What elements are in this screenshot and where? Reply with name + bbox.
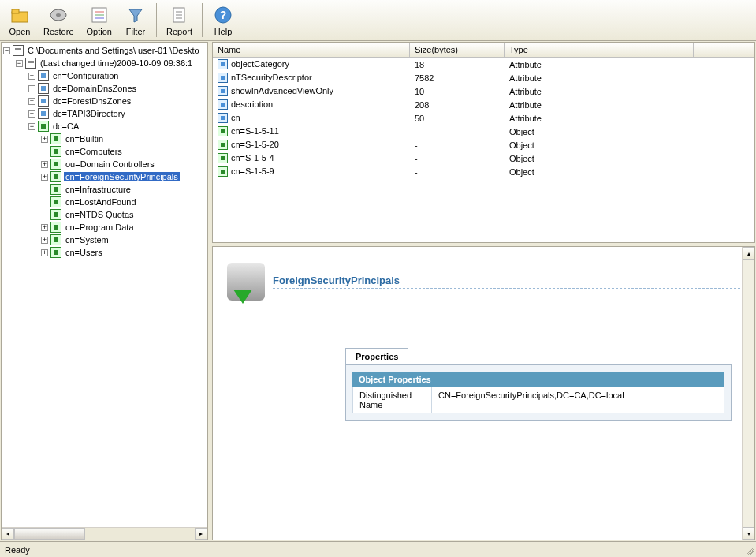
list-item[interactable]: cn=S-1-5-9-Object	[213, 165, 754, 178]
drive-icon	[13, 45, 24, 56]
open-button[interactable]: Open	[3, 2, 36, 39]
expand-icon[interactable]: +	[28, 98, 35, 105]
expand-icon[interactable]: +	[41, 237, 48, 244]
detail-scrollbar[interactable]: ▴ ▾	[742, 247, 754, 540]
scroll-up-icon[interactable]: ▴	[743, 247, 754, 260]
attribute-icon	[218, 99, 228, 110]
object-icon	[50, 222, 61, 233]
list-item[interactable]: cn=S-1-5-20-Object	[213, 138, 754, 151]
help-button[interactable]: ?Help	[207, 2, 240, 39]
properties-panel: Object Properties Distinguished Name CN=…	[345, 364, 732, 421]
collapse-icon[interactable]: −	[16, 60, 23, 67]
list-item[interactable]: description208Attribute	[213, 98, 754, 111]
svg-rect-1	[12, 9, 19, 13]
cell-size: -	[410, 140, 505, 150]
tree-item[interactable]: −dc=CA	[3, 120, 206, 133]
toolbar-separator	[202, 3, 203, 37]
scroll-down-icon[interactable]: ▾	[743, 527, 754, 540]
tree-item[interactable]: +cn=Program Data	[3, 221, 206, 234]
scroll-left-icon[interactable]: ◂	[2, 528, 14, 540]
cell-type: Attribute	[505, 87, 694, 96]
cell-name: description	[213, 99, 410, 110]
attribute-icon	[218, 113, 228, 123]
scroll-thumb[interactable]	[14, 528, 85, 540]
toolbar-label: Open	[9, 27, 31, 36]
tree-pane[interactable]: −C:\Documents and Settings\ user-01 \Des…	[1, 42, 208, 540]
tree-item[interactable]: +dc=TAPI3Directory	[3, 107, 206, 120]
scroll-right-icon[interactable]: ▸	[195, 528, 207, 540]
tree-label: ou=Domain Controllers	[64, 159, 156, 169]
tree-item[interactable]: cn=LostAndFound	[3, 196, 206, 208]
container-icon	[38, 108, 49, 119]
list-item[interactable]: cn=S-1-5-11-Object	[213, 125, 754, 138]
cell-name: nTSecurityDescriptor	[213, 73, 410, 84]
column-type[interactable]: Type	[505, 43, 694, 57]
tree-item[interactable]: +cn=ForeignSecurityPrincipals	[3, 170, 206, 183]
property-value: CN=ForeignSecurityPrincipals,DC=CA,DC=lo…	[432, 387, 724, 413]
expand-icon[interactable]: +	[41, 161, 48, 168]
tree-label: cn=System	[64, 235, 110, 245]
tree-item[interactable]: cn=Infrastructure	[3, 183, 206, 196]
object-icon	[50, 146, 61, 157]
tree-item[interactable]: −(Last changed time)2009-10-09 09:36:1	[3, 57, 206, 69]
help-icon: ?	[212, 4, 234, 26]
filter-button[interactable]: Filter	[119, 2, 152, 39]
tree-item[interactable]: +ou=Domain Controllers	[3, 158, 206, 170]
report-button[interactable]: Report	[161, 2, 198, 39]
object-icon	[218, 126, 228, 136]
no-expand	[41, 211, 48, 219]
property-row: Distinguished Name CN=ForeignSecurityPri…	[352, 387, 724, 413]
property-key: Distinguished Name	[353, 387, 432, 413]
expand-icon[interactable]: +	[28, 110, 35, 118]
tree-label: cn=Configuration	[51, 71, 120, 80]
list-header[interactable]: Name Size(bytes) Type	[213, 43, 754, 58]
restore-button[interactable]: Restore	[38, 2, 80, 39]
collapse-icon[interactable]: −	[28, 123, 35, 130]
collapse-icon[interactable]: −	[3, 47, 10, 54]
tree-item[interactable]: +cn=System	[3, 234, 206, 246]
tree-item[interactable]: +dc=DomainDnsZones	[3, 82, 206, 95]
list-item[interactable]: cn=S-1-5-4-Object	[213, 151, 754, 165]
detail-pane: ForeignSecurityPrincipals Properties Obj…	[212, 246, 755, 540]
tree-label: cn=Users	[64, 248, 104, 257]
tab-properties[interactable]: Properties	[345, 348, 408, 364]
tree-label: (Last changed time)2009-10-09 09:36:1	[39, 58, 194, 68]
tree-item[interactable]: +cn=Builtin	[3, 133, 206, 145]
object-icon	[38, 121, 49, 132]
attribute-icon	[218, 73, 228, 83]
list-item[interactable]: objectCategory18Attribute	[213, 58, 754, 71]
expand-icon[interactable]: +	[41, 174, 48, 181]
column-name[interactable]: Name	[213, 43, 410, 57]
cell-size: -	[410, 154, 505, 163]
tree-item[interactable]: +cn=Users	[3, 246, 206, 259]
resize-grip-icon[interactable]	[745, 546, 754, 555]
column-size[interactable]: Size(bytes)	[410, 43, 505, 57]
object-icon	[218, 140, 228, 150]
tree-label: cn=Computers	[64, 147, 124, 156]
cell-name: cn=S-1-5-20	[213, 140, 410, 151]
tree-scrollbar[interactable]: ◂ ▸	[2, 527, 207, 540]
list-item[interactable]: cn50Attribute	[213, 111, 754, 125]
object-icon	[50, 234, 61, 245]
expand-icon[interactable]: +	[28, 85, 35, 92]
tree-item[interactable]: +cn=Configuration	[3, 69, 206, 82]
option-button[interactable]: Option	[81, 2, 117, 39]
tree-label: cn=LostAndFound	[64, 197, 138, 207]
expand-icon[interactable]: +	[28, 73, 35, 80]
expand-icon[interactable]: +	[41, 224, 48, 231]
expand-icon[interactable]: +	[41, 249, 48, 256]
cell-type: Object	[505, 127, 694, 136]
expand-icon[interactable]: +	[41, 136, 48, 143]
tree-label: cn=ForeignSecurityPrincipals	[64, 172, 180, 181]
list-item[interactable]: nTSecurityDescriptor7582Attribute	[213, 71, 754, 84]
tree-label: dc=ForestDnsZones	[51, 96, 132, 106]
tree-item[interactable]: +dc=ForestDnsZones	[3, 95, 206, 107]
tree-label: cn=NTDS Quotas	[64, 210, 136, 219]
cell-size: 10	[410, 87, 505, 96]
column-extra[interactable]	[694, 43, 754, 57]
list-item[interactable]: showInAdvancedViewOnly10Attribute	[213, 84, 754, 98]
tree-item[interactable]: −C:\Documents and Settings\ user-01 \Des…	[3, 44, 206, 57]
toolbar-label: Filter	[126, 27, 145, 36]
tree-item[interactable]: cn=NTDS Quotas	[3, 208, 206, 221]
tree-item[interactable]: cn=Computers	[3, 145, 206, 158]
